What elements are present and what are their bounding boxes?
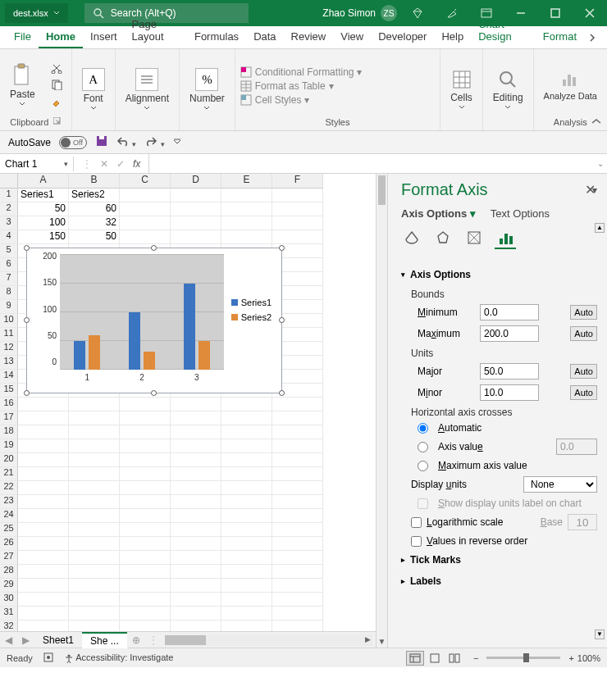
cell[interactable]: [171, 425, 221, 439]
cell[interactable]: [18, 565, 69, 579]
row-header[interactable]: 1: [0, 189, 18, 202]
cell[interactable]: [171, 202, 221, 216]
col-header[interactable]: A: [18, 174, 69, 189]
cell[interactable]: [69, 467, 120, 481]
zoom-level[interactable]: 100%: [577, 653, 600, 663]
cell[interactable]: [69, 398, 120, 411]
cell[interactable]: [272, 481, 323, 495]
cell[interactable]: [272, 453, 323, 467]
row-header[interactable]: 17: [0, 411, 18, 425]
size-properties-icon[interactable]: [463, 228, 485, 249]
normal-view-icon[interactable]: [406, 651, 424, 666]
row-header[interactable]: 14: [0, 370, 18, 384]
row-header[interactable]: 10: [0, 314, 18, 328]
cell[interactable]: [69, 607, 120, 620]
sheet-tab[interactable]: Sheet1: [34, 633, 82, 648]
cell[interactable]: [69, 453, 120, 467]
row-header[interactable]: 26: [0, 537, 18, 551]
auto-min-button[interactable]: Auto: [570, 305, 597, 320]
select-all-corner[interactable]: [0, 174, 18, 189]
text-options-tab[interactable]: Text Options: [491, 207, 550, 220]
cell[interactable]: [272, 620, 323, 631]
cell[interactable]: 50: [18, 202, 69, 216]
row-header[interactable]: 13: [0, 356, 18, 370]
cell[interactable]: [221, 411, 272, 425]
cell[interactable]: [120, 593, 171, 607]
dialog-launcher-icon[interactable]: [53, 117, 61, 125]
tab-home[interactable]: Home: [39, 26, 83, 48]
col-header[interactable]: B: [69, 174, 120, 189]
cell[interactable]: [18, 439, 69, 453]
col-header[interactable]: E: [221, 174, 272, 189]
cell[interactable]: [272, 579, 323, 593]
cell[interactable]: [171, 593, 221, 607]
cell[interactable]: [69, 411, 120, 425]
cell[interactable]: [272, 230, 323, 244]
file-name-tab[interactable]: dest.xlsx: [5, 3, 68, 23]
cell[interactable]: [221, 481, 272, 495]
cell[interactable]: [272, 537, 323, 551]
col-header[interactable]: F: [272, 174, 323, 189]
row-header[interactable]: 4: [0, 230, 18, 244]
tab-file[interactable]: File: [7, 26, 39, 48]
display-units-select[interactable]: None: [523, 476, 597, 493]
row-header[interactable]: 31: [0, 607, 18, 620]
cell[interactable]: [171, 398, 221, 411]
cell[interactable]: 150: [18, 230, 69, 244]
cell[interactable]: [272, 439, 323, 453]
cell[interactable]: [272, 216, 323, 230]
row-header[interactable]: 22: [0, 481, 18, 495]
row-header[interactable]: 2: [0, 202, 18, 216]
cell[interactable]: [120, 467, 171, 481]
resize-handle[interactable]: [151, 390, 157, 396]
chart-legend[interactable]: Series1 Series2: [231, 298, 272, 327]
col-header[interactable]: C: [120, 174, 171, 189]
cell[interactable]: 100: [18, 216, 69, 230]
alignment-button[interactable]: Alignment: [121, 65, 174, 113]
row-header[interactable]: 9: [0, 300, 18, 314]
cell[interactable]: [69, 439, 120, 453]
redo-button[interactable]: ▾: [144, 135, 164, 149]
cell[interactable]: [221, 537, 272, 551]
cell[interactable]: Series2: [69, 189, 120, 202]
sheet-grid[interactable]: A B C D E F 1Series1Series22506031003241…: [0, 174, 376, 631]
cell[interactable]: [120, 579, 171, 593]
number-button[interactable]: % Number: [185, 65, 230, 113]
fx-icon[interactable]: fx: [133, 158, 140, 170]
cell[interactable]: [221, 509, 272, 523]
qat-customize-icon[interactable]: [173, 137, 181, 148]
cell[interactable]: [171, 607, 221, 620]
row-header[interactable]: 21: [0, 467, 18, 481]
enter-formula-icon[interactable]: ✓: [116, 158, 125, 170]
cell[interactable]: [272, 523, 323, 537]
cell[interactable]: [120, 230, 171, 244]
sheet-tab[interactable]: She ...: [82, 632, 127, 648]
cell[interactable]: [221, 620, 272, 631]
cell[interactable]: [120, 495, 171, 509]
cell[interactable]: [120, 620, 171, 631]
format-painter-icon[interactable]: [50, 94, 63, 107]
cell[interactable]: [272, 202, 323, 216]
vertical-scrollbar[interactable]: ▼: [376, 174, 387, 648]
fill-line-icon[interactable]: [401, 228, 422, 249]
cell[interactable]: [120, 509, 171, 523]
cell[interactable]: [18, 620, 69, 631]
row-header[interactable]: 11: [0, 328, 18, 342]
row-header[interactable]: 5: [0, 244, 18, 258]
cell[interactable]: [272, 189, 323, 202]
resize-handle[interactable]: [24, 317, 30, 323]
row-header[interactable]: 23: [0, 495, 18, 509]
cell[interactable]: [171, 537, 221, 551]
cell[interactable]: [272, 607, 323, 620]
cell[interactable]: [69, 481, 120, 495]
cell[interactable]: [272, 495, 323, 509]
cell[interactable]: [120, 202, 171, 216]
tab-formulas[interactable]: Formulas: [187, 26, 246, 48]
new-sheet-icon[interactable]: ⊕: [127, 634, 145, 646]
ribbon-overflow-icon[interactable]: [584, 30, 600, 48]
cell[interactable]: [69, 537, 120, 551]
cell[interactable]: [272, 411, 323, 425]
paste-button[interactable]: Paste: [5, 59, 40, 109]
cell[interactable]: [221, 551, 272, 565]
coming-soon-icon[interactable]: [435, 0, 469, 26]
